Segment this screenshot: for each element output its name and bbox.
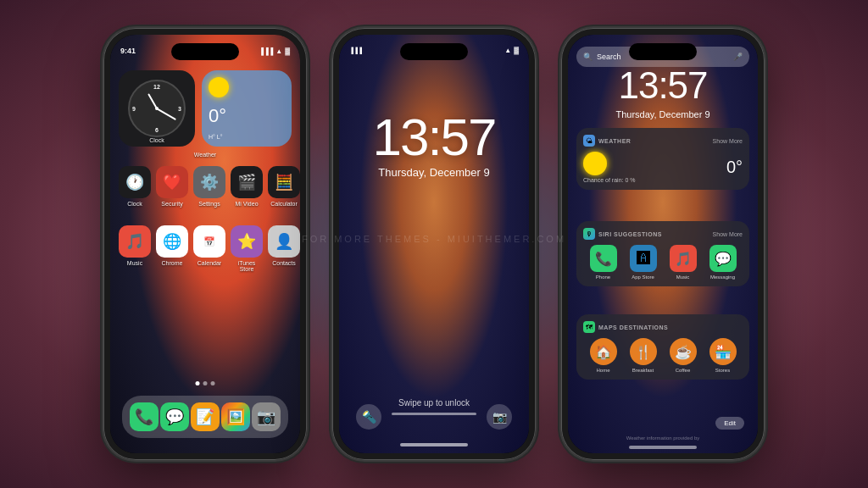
siri-appstore-label: App Store <box>632 274 654 280</box>
weather-card-icon: 🌤 <box>583 135 595 147</box>
siri-apps-row: 📞 Phone 🅰 App Store 🎵 Music 💬 Messaging <box>583 245 743 280</box>
maps-stores[interactable]: 🏪 Stores <box>709 338 737 373</box>
page-dot-1 <box>196 381 200 385</box>
maps-card-icon: 🗺 <box>583 321 595 333</box>
status-signal-2: ▐▐▐ <box>349 47 362 53</box>
app-contacts-label: Contacts <box>272 260 296 266</box>
weather-info <box>209 77 285 97</box>
maps-breakfast-icon: 🍴 <box>630 338 657 365</box>
status-time-1: 9:41 <box>120 47 136 55</box>
app-security-icon: ❤️ <box>156 166 188 198</box>
app-calculator[interactable]: 🧮 Calculator <box>268 166 300 207</box>
dock-phone-icon: 📞 <box>130 402 159 431</box>
search-screen-date: Thursday, December 9 <box>568 109 758 119</box>
signal-icon: ▐▐▐ <box>259 47 273 55</box>
siri-app-music[interactable]: 🎵 Music <box>670 245 697 280</box>
battery-icon: ▓ <box>285 47 290 55</box>
app-clock-label: Clock <box>127 201 142 207</box>
app-chrome-label: Chrome <box>162 260 183 266</box>
siri-app-appstore[interactable]: 🅰 App Store <box>630 245 657 280</box>
dock-notes[interactable]: 📝 <box>191 402 220 431</box>
app-dock: 📞 💬 📝 🖼️ 📷 <box>122 396 288 438</box>
app-mivideo-icon: 🎬 <box>231 166 263 198</box>
maps-coffee[interactable]: ☕ Coffee <box>670 338 697 373</box>
siri-show-more[interactable]: Show More <box>713 231 743 237</box>
siri-phone-icon: 📞 <box>590 245 617 272</box>
siri-app-phone[interactable]: 📞 Phone <box>590 245 617 280</box>
lock-time: 13:57 <box>339 107 529 167</box>
dock-phone[interactable]: 📞 <box>130 402 159 431</box>
clock-num-3: 3 <box>178 106 181 112</box>
dynamic-island-1 <box>171 43 239 60</box>
app-music-icon: 🎵 <box>119 225 151 258</box>
dock-camera[interactable]: 📷 <box>252 402 281 431</box>
app-calendar[interactable]: 📅 Calendar <box>193 225 225 272</box>
app-settings[interactable]: ⚙️ Settings <box>193 166 225 207</box>
siri-phone-label: Phone <box>596 274 610 280</box>
flashlight-icon[interactable]: 🔦 <box>356 404 381 430</box>
maps-home[interactable]: 🏠 Home <box>590 338 617 373</box>
app-mivideo[interactable]: 🎬 Mi Video <box>231 166 263 207</box>
app-clock[interactable]: 🕐 Clock <box>119 166 151 207</box>
status-icons-2: ▲ ▓ <box>504 47 519 54</box>
maps-card-title: MAPS DESTINATIONS <box>598 324 668 330</box>
weather-condition: H° L° <box>209 134 285 140</box>
home-indicator-3 <box>629 446 697 449</box>
siri-app-messaging[interactable]: 💬 Messaging <box>709 245 737 280</box>
dock-photos-icon: 🖼️ <box>221 402 250 431</box>
app-itunes[interactable]: ⭐ iTunes Store <box>231 225 263 272</box>
sun-icon <box>209 77 229 97</box>
siri-card: 🎙 SIRI SUGGESTIONS Show More 📞 Phone 🅰 A… <box>576 221 749 286</box>
maps-destinations-row: 🏠 Home 🍴 Breakfast ☕ Coffee 🏪 Stores <box>583 338 743 373</box>
dock-messages[interactable]: 💬 <box>160 402 189 431</box>
dock-notes-icon: 📝 <box>191 402 220 431</box>
weather-widget[interactable]: 0° H° L° Weather <box>202 70 292 147</box>
maps-stores-label: Stores <box>715 368 730 373</box>
siri-title-row: 🎙 SIRI SUGGESTIONS <box>583 228 662 240</box>
app-chrome[interactable]: 🌐 Chrome <box>156 225 188 272</box>
weather-card-header: 🌤 WEATHER Show More <box>583 135 743 147</box>
weather-title-row: 🌤 WEATHER <box>583 135 631 147</box>
weather-credit-text: Weather information provided by <box>568 435 758 441</box>
camera-lock-icon[interactable]: 📷 <box>487 404 512 430</box>
lock-date: Thursday, December 9 <box>339 166 529 179</box>
maps-breakfast-label: Breakfast <box>632 368 654 373</box>
maps-coffee-icon: ☕ <box>670 338 697 365</box>
app-contacts[interactable]: 👤 Contacts <box>268 225 300 272</box>
app-music[interactable]: 🎵 Music <box>119 225 151 272</box>
mic-icon[interactable]: 🎤 <box>733 53 743 61</box>
phone-1-screen: 9:41 ▐▐▐ ▲ ▓ 12 3 6 9 Clock <box>110 35 300 453</box>
siri-messaging-icon: 💬 <box>709 245 737 272</box>
maps-breakfast[interactable]: 🍴 Breakfast <box>630 338 657 373</box>
app-chrome-icon: 🌐 <box>156 225 188 258</box>
dynamic-island-2 <box>400 43 468 60</box>
weather-show-more[interactable]: Show More <box>713 138 743 144</box>
siri-card-icon: 🎙 <box>583 228 595 240</box>
maps-card-header: 🗺 MAPS DESTINATIONS <box>583 321 743 333</box>
dock-photos[interactable]: 🖼️ <box>221 402 250 431</box>
phone-2-lock: ▐▐▐ ▲ ▓ 13:57 Thursday, December 9 Swipe… <box>332 28 536 460</box>
weather-sun-icon <box>583 152 607 175</box>
edit-button[interactable]: Edit <box>715 417 744 430</box>
app-music-label: Music <box>127 260 142 266</box>
clock-widget-label: Clock <box>149 137 164 143</box>
app-calendar-icon: 📅 <box>193 225 225 258</box>
app-itunes-label: iTunes Store <box>231 260 263 272</box>
weather-widget-left: Chance of rain: 0 % <box>583 152 635 183</box>
page-dots <box>196 381 215 385</box>
siri-messaging-label: Messaging <box>710 274 735 280</box>
siri-music-icon: 🎵 <box>670 245 697 272</box>
phone-3-search: 🔍 Search 🎤 13:57 Thursday, December 9 🌤 … <box>561 28 765 460</box>
clock-face: 12 3 6 9 <box>128 80 186 137</box>
clock-widget[interactable]: 12 3 6 9 Clock <box>119 70 195 147</box>
maps-title-row: 🗺 MAPS DESTINATIONS <box>583 321 668 333</box>
maps-card: 🗺 MAPS DESTINATIONS 🏠 Home 🍴 Breakfast ☕… <box>576 314 749 380</box>
status-icons-1: ▐▐▐ ▲ ▓ <box>259 47 290 55</box>
search-screen-time: 13:57 <box>568 64 758 107</box>
weather-widget-content: Chance of rain: 0 % 0° <box>583 152 743 183</box>
clock-min-hand <box>157 108 176 119</box>
app-row-1: 🕐 Clock ❤️ Security ⚙️ Settings 🎬 Mi Vid… <box>119 166 292 207</box>
weather-widget-label: Weather <box>194 152 216 158</box>
app-security[interactable]: ❤️ Security <box>156 166 188 207</box>
page-dot-2 <box>203 381 208 385</box>
